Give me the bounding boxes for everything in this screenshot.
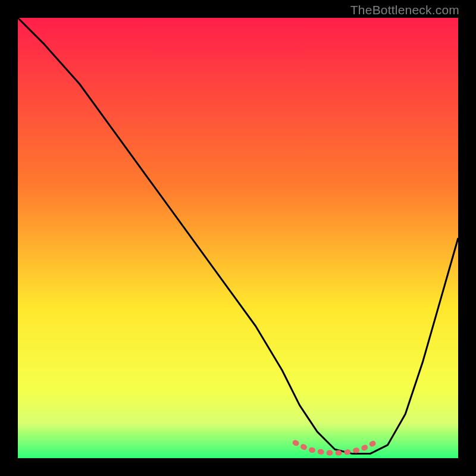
plot-area: [18, 18, 458, 458]
attribution-label: TheBottleneck.com: [350, 3, 459, 17]
chart-frame: TheBottleneck.com: [0, 0, 476, 476]
bottleneck-curve: [18, 18, 458, 454]
accent-segment: [295, 443, 374, 453]
curve-layer: [18, 18, 458, 458]
